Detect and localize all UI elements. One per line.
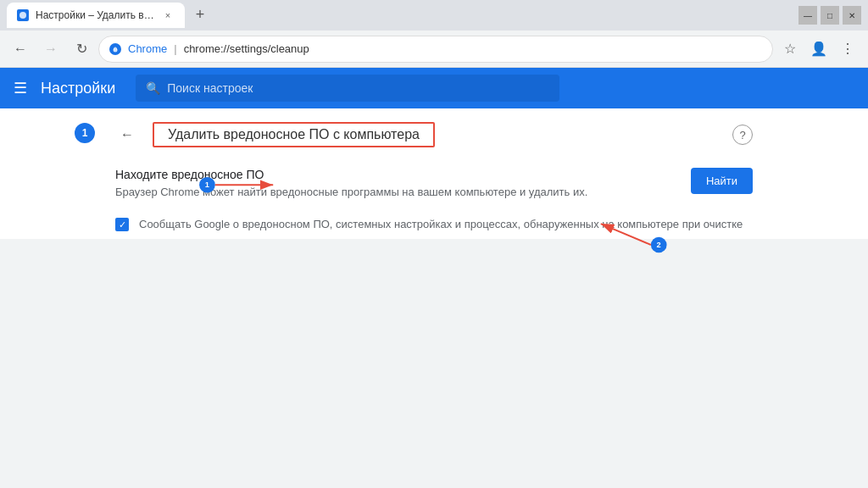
app-header: ☰ Настройки 🔍 Поиск настроек [0, 68, 868, 108]
main-content: 1 ← Удалить вредоносное ПО с компьютера … [0, 108, 868, 239]
help-icon[interactable]: ? [732, 125, 753, 145]
nav-right-controls: ☆ 👤 ⋮ [776, 36, 861, 63]
title-bar: Настройки – Удалить вредоно... × + — □ ✕ [0, 0, 868, 30]
url-path: chrome://settings/cleanup [184, 42, 309, 55]
search-icon: 🔍 [146, 81, 160, 95]
report-checkbox[interactable]: ✓ [115, 218, 129, 231]
svg-text:2: 2 [657, 241, 661, 249]
annotation-circle-1: 1 [75, 123, 95, 143]
close-button[interactable]: ✕ [843, 6, 861, 25]
new-tab-button[interactable]: + [188, 3, 212, 26]
section-text: Находите вредоносное ПО Браузер Chrome м… [115, 168, 670, 200]
report-checkbox-row: ✓ Сообщать Google о вредоносном ПО, сист… [115, 210, 753, 239]
active-tab[interactable]: Настройки – Удалить вредоно... × [7, 3, 185, 28]
hamburger-menu-icon[interactable]: ☰ [14, 79, 27, 97]
tab-favicon [17, 9, 29, 21]
minimize-button[interactable]: — [798, 6, 817, 25]
content-area: 1 ← Удалить вредоносное ПО с компьютера … [95, 108, 773, 239]
chrome-label: Chrome [128, 42, 167, 55]
window-controls: — □ ✕ [798, 6, 861, 25]
app-title: Настройки [41, 80, 115, 97]
reload-button[interactable]: ↻ [68, 36, 95, 63]
page-back-button[interactable]: ← [115, 123, 139, 147]
navigation-bar: ← → ↻ Chrome | chrome://settings/cleanup… [0, 30, 868, 68]
tab-label: Настройки – Удалить вредоно... [36, 9, 154, 21]
svg-point-0 [19, 12, 26, 19]
find-button[interactable]: Найти [691, 168, 753, 194]
secure-icon [109, 43, 121, 55]
checkbox-label: Сообщать Google о вредоносном ПО, систем… [139, 217, 743, 232]
profile-button[interactable]: 👤 [805, 36, 832, 63]
search-placeholder: Поиск настроек [167, 81, 253, 95]
page-header: 1 ← Удалить вредоносное ПО с компьютера … [115, 108, 753, 158]
forward-button[interactable]: → [37, 36, 64, 63]
tab-close-button[interactable]: × [161, 8, 175, 22]
content-wrapper: 1 ← Удалить вредоносное ПО с компьютера … [0, 108, 868, 488]
malware-section: Находите вредоносное ПО Браузер Chrome м… [115, 158, 753, 210]
search-box[interactable]: 🔍 Поиск настроек [136, 75, 559, 102]
address-bar[interactable]: Chrome | chrome://settings/cleanup [98, 36, 773, 63]
page-title: Удалить вредоносное ПО с компьютера [153, 122, 435, 147]
section-description: Браузер Chrome может найти вредоносные п… [115, 185, 670, 200]
back-button[interactable]: ← [7, 36, 34, 63]
svg-point-6 [651, 237, 667, 253]
menu-button[interactable]: ⋮ [834, 36, 861, 63]
section-heading: Находите вредоносное ПО [115, 168, 670, 181]
checkmark-icon: ✓ [119, 219, 126, 230]
address-separator: | [174, 42, 176, 55]
bookmark-button[interactable]: ☆ [776, 36, 804, 63]
restore-button[interactable]: □ [821, 6, 839, 25]
